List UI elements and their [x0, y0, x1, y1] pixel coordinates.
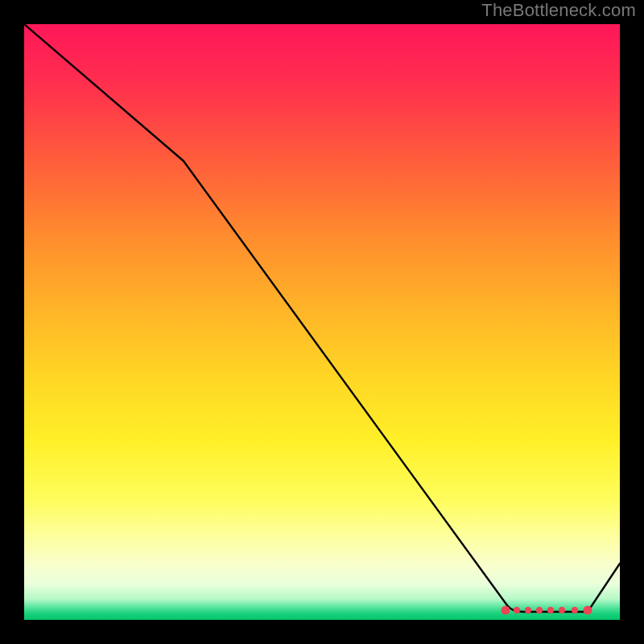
optimum-marker — [525, 607, 531, 613]
bottleneck-curve — [24, 24, 620, 612]
optimum-marker — [536, 607, 543, 613]
plot-area — [24, 24, 620, 620]
optimum-marker — [559, 607, 565, 613]
optimum-markers — [502, 606, 592, 615]
chart-svg — [24, 24, 620, 620]
attribution-text: TheBottleneck.com — [481, 0, 636, 21]
optimum-marker — [572, 607, 578, 613]
optimum-marker — [514, 607, 520, 613]
optimum-marker — [547, 607, 554, 613]
optimum-marker — [502, 606, 510, 615]
chart-frame: TheBottleneck.com — [0, 0, 644, 644]
optimum-marker — [584, 606, 592, 615]
